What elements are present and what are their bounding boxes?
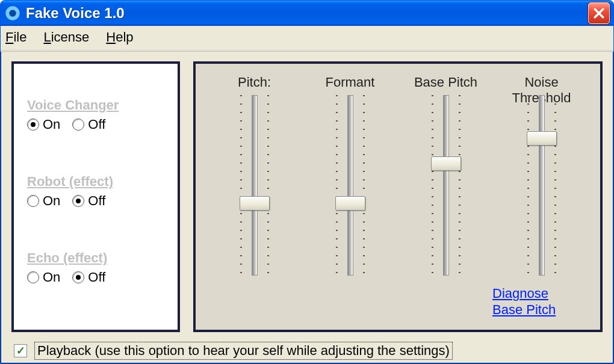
radio-icon bbox=[27, 195, 39, 207]
title-bar: Fake Voice 1.0 bbox=[1, 1, 613, 26]
svg-point-1 bbox=[9, 10, 16, 17]
radio-icon bbox=[27, 271, 39, 283]
radio-icon bbox=[72, 195, 84, 207]
slider-thumb[interactable] bbox=[240, 196, 270, 211]
robot-off[interactable]: Off bbox=[72, 193, 105, 209]
formant-slider[interactable] bbox=[332, 95, 368, 276]
off-label: Off bbox=[88, 117, 105, 132]
slider-track bbox=[252, 95, 258, 276]
playback-row: Playback (use this option to hear your s… bbox=[1, 338, 613, 364]
slider-area: Pitch: Formant Base bbox=[206, 72, 589, 324]
echo-on[interactable]: On bbox=[27, 270, 60, 285]
off-label: Off bbox=[88, 193, 105, 209]
slider-track bbox=[347, 95, 353, 276]
radio-icon bbox=[72, 119, 84, 131]
menu-license[interactable]: License bbox=[43, 29, 89, 45]
on-label: On bbox=[43, 193, 60, 209]
pitch-slider[interactable] bbox=[237, 95, 273, 276]
noise-label: Noise Threshold bbox=[500, 75, 584, 91]
on-label: On bbox=[43, 270, 60, 285]
formant-slider-col: Formant bbox=[308, 75, 392, 324]
off-label: Off bbox=[88, 270, 105, 285]
playback-checkbox[interactable] bbox=[14, 344, 27, 357]
noise-slider[interactable] bbox=[524, 95, 560, 276]
slider-thumb[interactable] bbox=[335, 196, 365, 211]
echo-effect-label: Echo (effect) bbox=[27, 250, 164, 266]
menu-file[interactable]: File bbox=[5, 29, 26, 45]
robot-on[interactable]: On bbox=[27, 193, 60, 209]
basepitch-slider[interactable] bbox=[428, 95, 464, 276]
basepitch-label: Base Pitch bbox=[414, 75, 477, 91]
on-label: On bbox=[43, 117, 60, 132]
pitch-label: Pitch: bbox=[238, 75, 271, 91]
app-icon bbox=[4, 5, 21, 22]
robot-effect-group: Robot (effect) On Off bbox=[27, 174, 164, 209]
menu-bar: File License Help bbox=[1, 26, 613, 51]
slider-thumb[interactable] bbox=[527, 131, 557, 146]
voice-changer-label: Voice Changer bbox=[27, 97, 164, 113]
close-icon bbox=[594, 8, 604, 19]
app-window: Fake Voice 1.0 File License Help Voice C… bbox=[0, 0, 614, 364]
effects-panel: Voice Changer On Off Robot (effect) bbox=[11, 61, 180, 332]
slider-track bbox=[443, 95, 449, 276]
voice-changer-off[interactable]: Off bbox=[72, 117, 105, 132]
sliders-panel: Pitch: Formant Base bbox=[193, 61, 603, 332]
client-area: Voice Changer On Off Robot (effect) bbox=[1, 57, 613, 338]
diagnose-basepitch-link[interactable]: Diagnose Base Pitch bbox=[492, 286, 556, 318]
echo-off[interactable]: Off bbox=[72, 270, 105, 285]
radio-icon bbox=[27, 119, 39, 131]
voice-changer-on[interactable]: On bbox=[27, 117, 60, 132]
menu-help[interactable]: Help bbox=[106, 29, 133, 45]
slider-track bbox=[539, 95, 545, 276]
robot-effect-label: Robot (effect) bbox=[27, 174, 164, 190]
close-button[interactable] bbox=[588, 2, 610, 24]
playback-label: Playback (use this option to hear your s… bbox=[34, 342, 453, 360]
slider-thumb[interactable] bbox=[431, 156, 461, 171]
formant-label: Formant bbox=[326, 75, 375, 91]
basepitch-slider-col: Base Pitch bbox=[404, 75, 488, 324]
radio-icon bbox=[72, 271, 84, 283]
window-title: Fake Voice 1.0 bbox=[26, 5, 588, 22]
voice-changer-group: Voice Changer On Off bbox=[27, 97, 164, 132]
pitch-slider-col: Pitch: bbox=[212, 75, 297, 324]
echo-effect-group: Echo (effect) On Off bbox=[27, 250, 164, 285]
menu-separator bbox=[1, 51, 613, 52]
